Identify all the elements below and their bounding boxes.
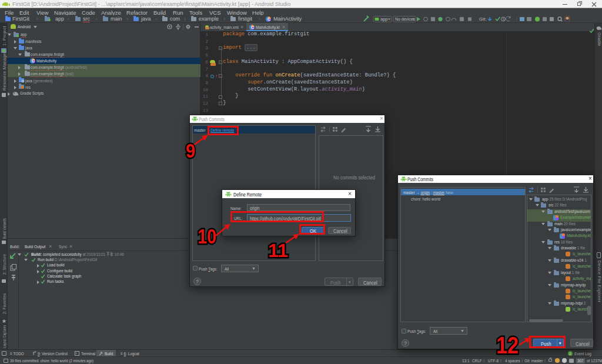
- svg-text:Git:: Git:: [479, 16, 486, 22]
- svg-text:No devices: No devices: [395, 16, 415, 22]
- svg-text:app: app: [380, 16, 388, 22]
